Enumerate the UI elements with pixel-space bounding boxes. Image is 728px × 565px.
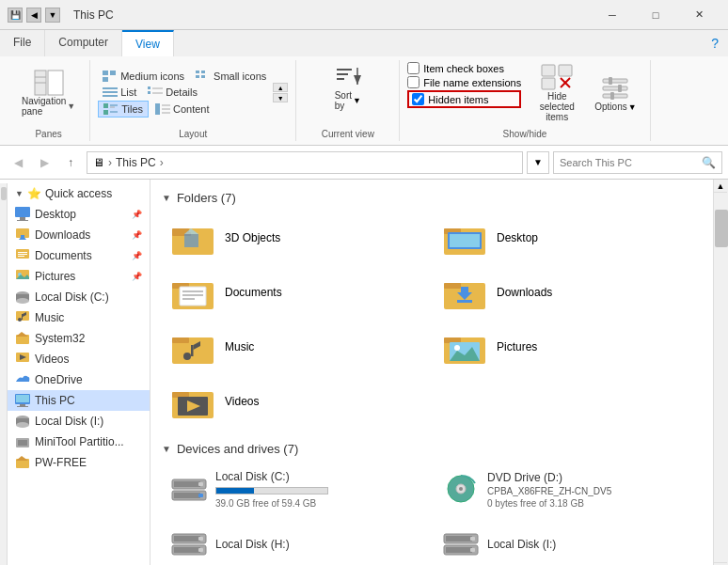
drive-progress-c <box>215 487 328 494</box>
quick-access-header[interactable]: ▼ ⭐ Quick access <box>8 183 150 204</box>
details-button[interactable]: Details <box>143 85 202 100</box>
window-title: This PC <box>73 8 591 22</box>
sidebar-item-documents[interactable]: Documents 📌 <box>8 245 150 266</box>
hide-selected-button[interactable]: Hide selecteditems <box>529 60 585 125</box>
vertical-scrollbar[interactable]: ▲ ▼ <box>713 180 728 565</box>
svg-rect-8 <box>201 71 205 73</box>
list-button[interactable]: List <box>98 85 141 100</box>
svg-rect-52 <box>18 256 24 257</box>
item-checkboxes-option[interactable]: Item check boxes <box>407 62 521 74</box>
sidebar-item-pw-free[interactable]: PW-FREE <box>8 452 150 473</box>
folder-item-3d-objects[interactable]: 3D Objects <box>162 212 430 263</box>
sidebar-item-minitool[interactable]: MiniTool Partitio... <box>8 432 150 452</box>
svg-rect-38 <box>609 77 612 85</box>
tiles-button[interactable]: Tiles <box>98 101 149 118</box>
help-button[interactable]: ? <box>702 30 728 56</box>
svg-rect-14 <box>148 86 150 89</box>
sidebar-item-this-pc[interactable]: This PC <box>8 390 150 411</box>
search-input[interactable] <box>560 157 702 168</box>
search-box[interactable]: 🔍 <box>553 151 722 174</box>
breadcrumb-this-pc[interactable]: This PC <box>116 156 156 169</box>
small-icons-button[interactable]: Small icons <box>191 69 271 84</box>
breadcrumb-bar[interactable]: 🖥 › This PC › <box>87 151 523 174</box>
sidebar-item-local-disk-i[interactable]: Local Disk (I:) <box>8 411 150 432</box>
maximize-button[interactable]: □ <box>634 0 677 30</box>
scroll-up-arrow[interactable]: ▲ <box>714 180 727 193</box>
medium-icons-button[interactable]: Medium icons <box>98 69 189 84</box>
sidebar: ▼ ⭐ Quick access Desktop 📌 Downloads 📌 <box>0 180 150 565</box>
navigation-pane-button[interactable]: Navigationpane ▼ <box>15 65 82 121</box>
drive-info-c: Local Disk (C:) 39.0 GB free of 59.4 GB <box>215 470 328 509</box>
folder-item-pictures[interactable]: Pictures <box>434 322 702 372</box>
folder-item-documents[interactable]: Documents <box>162 267 430 318</box>
sidebar-item-local-disk-c[interactable]: Local Disk (C:) <box>8 287 150 307</box>
window-controls[interactable]: ─ □ ✕ <box>591 0 720 30</box>
layout-scroll[interactable]: ▲ ▼ <box>273 83 288 102</box>
main-area: ▼ ⭐ Quick access Desktop 📌 Downloads 📌 <box>0 180 728 565</box>
folder-icon-documents <box>170 274 215 311</box>
options-arrow: ▼ <box>628 102 637 112</box>
dropdown-icon[interactable]: ▼ <box>45 8 60 23</box>
sidebar-item-pictures[interactable]: Pictures 📌 <box>8 266 150 287</box>
sidebar-item-system32[interactable]: System32 <box>8 328 150 349</box>
sort-by-arrow: ▼ <box>353 96 361 105</box>
sidebar-scroll-up[interactable] <box>1 187 7 200</box>
pin-icon-downloads: 📌 <box>132 230 142 240</box>
sidebar-label-onedrive: OneDrive <box>35 373 83 386</box>
options-button[interactable]: Options ▼ <box>589 70 641 116</box>
sort-by-button[interactable]: Sortby ▼ <box>329 60 367 115</box>
drive-item-h[interactable]: Local Disk (H:) <box>162 519 430 565</box>
content-button[interactable]: Content <box>150 102 214 117</box>
drive-item-i[interactable]: Local Disk (I:) <box>434 519 702 565</box>
scroll-thumb[interactable] <box>715 210 728 247</box>
tab-file[interactable]: File <box>0 30 45 56</box>
tab-view[interactable]: View <box>122 30 174 56</box>
hidden-items-option[interactable]: Hidden items <box>407 90 521 108</box>
options-label: Options <box>594 102 626 112</box>
minimize-button[interactable]: ─ <box>591 0 634 30</box>
back-button[interactable]: ◀ <box>6 151 30 174</box>
sidebar-item-downloads[interactable]: Downloads 📌 <box>8 225 150 245</box>
title-bar-quick-access[interactable]: 💾 ◀ ▼ <box>8 8 60 23</box>
layout-scroll-up[interactable]: ▲ <box>273 83 288 92</box>
drive-item-d[interactable]: DVD Drive (D:) CPBA_X86FRE_ZH-CN_DV5 0 b… <box>434 463 702 515</box>
folder-item-videos[interactable]: Videos <box>162 376 430 427</box>
up-button[interactable]: ↑ <box>58 151 83 174</box>
drive-item-c[interactable]: Local Disk (C:) 39.0 GB free of 59.4 GB <box>162 463 430 515</box>
sidebar-item-desktop[interactable]: Desktop 📌 <box>8 204 150 225</box>
devices-section-header: ▼ Devices and drives (7) <box>162 442 702 456</box>
nav-pane-label: Navigationpane <box>22 96 66 117</box>
folders-chevron[interactable]: ▼ <box>162 193 171 203</box>
close-button[interactable]: ✕ <box>677 0 720 30</box>
svg-rect-34 <box>542 78 555 89</box>
quick-save-icon[interactable]: 💾 <box>8 8 23 23</box>
devices-chevron[interactable]: ▼ <box>162 444 171 454</box>
hidden-items-input[interactable] <box>412 93 424 105</box>
sort-icon <box>335 64 361 90</box>
back-arrow-icon[interactable]: ◀ <box>26 8 41 23</box>
details-label: Details <box>166 86 198 98</box>
svg-point-119 <box>459 487 463 491</box>
layout-scroll-down[interactable]: ▼ <box>273 93 288 102</box>
sidebar-label-desktop: Desktop <box>35 208 76 221</box>
file-name-extensions-input[interactable] <box>407 76 419 88</box>
folder-item-music[interactable]: Music <box>162 322 430 372</box>
showhide-group: Item check boxes File name extensions Hi… <box>400 60 650 141</box>
path-dropdown[interactable]: ▼ <box>527 151 549 174</box>
showhide-items: Item check boxes File name extensions Hi… <box>407 60 641 125</box>
breadcrumb-sep: › <box>108 156 112 169</box>
svg-point-58 <box>16 298 29 304</box>
forward-button[interactable]: ▶ <box>32 151 56 174</box>
sidebar-item-music[interactable]: Music <box>8 307 150 328</box>
file-name-extensions-option[interactable]: File name extensions <box>407 76 521 88</box>
folder-item-downloads[interactable]: Downloads <box>434 267 702 318</box>
search-icon[interactable]: 🔍 <box>702 156 716 169</box>
list-label: List <box>120 86 136 98</box>
item-checkboxes-input[interactable] <box>407 62 419 74</box>
sidebar-item-videos[interactable]: Videos <box>8 349 150 369</box>
layout-row-2: List Details <box>98 85 271 100</box>
sidebar-item-onedrive[interactable]: OneDrive <box>8 369 150 390</box>
tab-computer[interactable]: Computer <box>45 30 122 56</box>
drive-name-c: Local Disk (C:) <box>215 470 328 483</box>
folder-item-desktop[interactable]: Desktop <box>434 212 702 263</box>
